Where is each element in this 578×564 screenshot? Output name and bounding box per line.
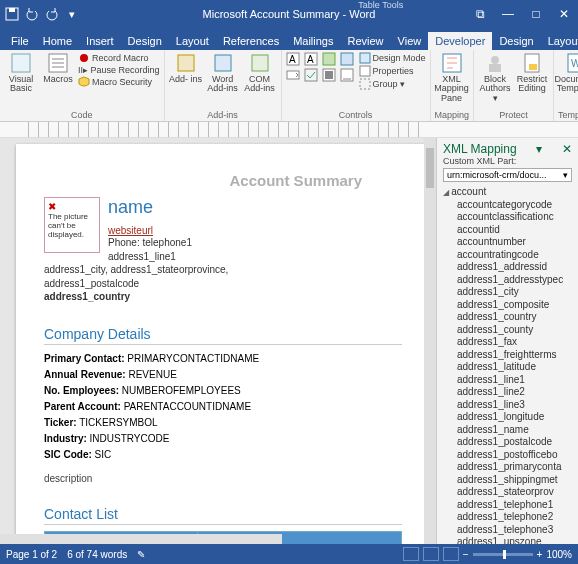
visual-basic-button[interactable]: Visual Basic <box>4 52 38 94</box>
page-indicator[interactable]: Page 1 of 2 <box>6 549 57 560</box>
pane-close-button[interactable]: ✕ <box>562 142 572 156</box>
group-button[interactable]: Group ▾ <box>359 78 426 90</box>
tree-node[interactable]: address1_longitude <box>443 411 576 424</box>
record-macro-button[interactable]: Record Macro <box>78 52 160 64</box>
addr-postal[interactable]: address1_postalcode <box>44 278 139 289</box>
company-details-list: Primary Contact: PRIMARYCONTACTIDNAMEAnn… <box>44 351 402 463</box>
tree-node[interactable]: accountid <box>443 224 576 237</box>
custom-xml-part-combo[interactable]: urn:microsoft-crm/docu... ▾ <box>443 168 572 182</box>
tree-node[interactable]: address1_postalcode <box>443 436 576 449</box>
restrict-editing-button[interactable]: Restrict Editing <box>515 52 549 94</box>
group-mapping: XML Mapping Pane Mapping <box>431 50 475 121</box>
tab-design[interactable]: Design <box>121 32 169 50</box>
description-content-control[interactable]: description <box>44 473 402 484</box>
detail-value[interactable]: NUMBEROFEMPLOYEES <box>122 385 241 396</box>
zoom-level[interactable]: 100% <box>546 549 572 560</box>
addr-country[interactable]: address1_country <box>44 291 130 302</box>
zoom-out-button[interactable]: − <box>463 549 469 560</box>
macro-security-button[interactable]: Macro Security <box>78 76 160 88</box>
detail-value[interactable]: REVENUE <box>128 369 176 380</box>
pane-menu-icon[interactable]: ▾ <box>536 142 542 156</box>
controls-gallery[interactable]: A A <box>286 52 356 82</box>
tree-node[interactable]: accountnumber <box>443 236 576 249</box>
tree-node[interactable]: address1_latitude <box>443 361 576 374</box>
qat-dropdown-icon[interactable]: ▾ <box>64 6 80 22</box>
close-button[interactable]: ✕ <box>554 7 574 21</box>
page[interactable]: Account Summary The picture can't be dis… <box>16 144 430 544</box>
ribbon-options-icon[interactable]: ⧉ <box>470 7 490 21</box>
save-icon[interactable] <box>4 6 20 22</box>
tree-node[interactable]: address1_telephone3 <box>443 524 576 537</box>
com-addins-button[interactable]: COM Add-ins <box>243 52 277 94</box>
tree-node[interactable]: address1_stateorprov <box>443 486 576 499</box>
tree-node[interactable]: address1_composite <box>443 299 576 312</box>
read-mode-button[interactable] <box>403 547 419 561</box>
tab-references[interactable]: References <box>216 32 286 50</box>
tree-node[interactable]: accountcategorycode <box>443 199 576 212</box>
tab-home[interactable]: Home <box>36 32 79 50</box>
horizontal-scrollbar[interactable] <box>0 534 282 544</box>
tree-node[interactable]: accountclassificationc <box>443 211 576 224</box>
zoom-in-button[interactable]: + <box>537 549 543 560</box>
xml-tree[interactable]: account accountcategorycodeaccountclassi… <box>437 186 578 544</box>
redo-icon[interactable] <box>44 6 60 22</box>
tab-view[interactable]: View <box>391 32 429 50</box>
tree-root[interactable]: account <box>443 186 576 199</box>
tab-insert[interactable]: Insert <box>79 32 121 50</box>
tree-node[interactable]: address1_primaryconta <box>443 461 576 474</box>
properties-button[interactable]: Properties <box>359 65 426 77</box>
tab-layout[interactable]: Layout <box>169 32 216 50</box>
web-layout-button[interactable] <box>443 547 459 561</box>
undo-icon[interactable] <box>24 6 40 22</box>
block-authors-button[interactable]: Block Authors ▾ <box>478 52 512 103</box>
document-template-button[interactable]: WDocument Template <box>558 52 578 94</box>
tab-developer[interactable]: Developer <box>428 32 492 50</box>
tab-review[interactable]: Review <box>341 32 391 50</box>
minimize-button[interactable]: — <box>498 7 518 21</box>
design-mode-button[interactable]: Design Mode <box>359 52 426 64</box>
tree-node[interactable]: address1_line2 <box>443 386 576 399</box>
word-count[interactable]: 6 of 74 words <box>67 549 127 560</box>
tree-node[interactable]: address1_name <box>443 424 576 437</box>
tree-node[interactable]: accountratingcode <box>443 249 576 262</box>
tree-node[interactable]: address1_city <box>443 286 576 299</box>
tree-node[interactable]: address1_county <box>443 324 576 337</box>
addr-line2[interactable]: address1_city, address1_stateorprovince, <box>44 264 228 275</box>
group-templates: WDocument Template Templates <box>554 50 578 121</box>
tree-node[interactable]: address1_fax <box>443 336 576 349</box>
zoom-slider[interactable] <box>473 553 533 556</box>
maximize-button[interactable]: □ <box>526 7 546 21</box>
detail-value[interactable]: PARENTACCOUNTIDNAME <box>124 401 251 412</box>
addins-button[interactable]: Add- ins <box>169 52 203 84</box>
tab-file[interactable]: File <box>4 32 36 50</box>
spellcheck-icon[interactable]: ✎ <box>137 549 145 560</box>
xml-mapping-pane-button[interactable]: XML Mapping Pane <box>435 52 469 103</box>
macros-button[interactable]: Macros <box>41 52 75 84</box>
tree-node[interactable]: address1_addresstypec <box>443 274 576 287</box>
tree-node[interactable]: address1_freightterms <box>443 349 576 362</box>
tree-node[interactable]: address1_telephone2 <box>443 511 576 524</box>
tree-node[interactable]: address1_postofficebo <box>443 449 576 462</box>
phone-content-control[interactable]: telephone1 <box>142 237 192 248</box>
print-layout-button[interactable] <box>423 547 439 561</box>
detail-value[interactable]: TICKERSYMBOL <box>79 417 157 428</box>
detail-value[interactable]: SIC <box>95 449 112 460</box>
tree-node[interactable]: address1_line3 <box>443 399 576 412</box>
tab-table-layout[interactable]: Layout <box>541 32 578 50</box>
detail-value[interactable]: PRIMARYCONTACTIDNAME <box>127 353 259 364</box>
tree-node[interactable]: address1_country <box>443 311 576 324</box>
tab-table-design[interactable]: Design <box>492 32 540 50</box>
tab-mailings[interactable]: Mailings <box>286 32 340 50</box>
tree-node[interactable]: address1_addressid <box>443 261 576 274</box>
tree-node[interactable]: address1_upszone <box>443 536 576 544</box>
document-area[interactable]: Account Summary The picture can't be dis… <box>0 138 436 544</box>
detail-value[interactable]: INDUSTRYCODE <box>90 433 170 444</box>
horizontal-ruler[interactable] <box>0 122 578 138</box>
tree-node[interactable]: address1_telephone1 <box>443 499 576 512</box>
tree-node[interactable]: address1_shippingmet <box>443 474 576 487</box>
addr-line1[interactable]: address1_line1 <box>108 251 176 262</box>
tree-node[interactable]: address1_line1 <box>443 374 576 387</box>
vertical-scrollbar[interactable] <box>424 138 436 544</box>
pause-recording-button[interactable]: II▸ Pause Recording <box>78 65 160 75</box>
word-addins-button[interactable]: Word Add-ins <box>206 52 240 94</box>
